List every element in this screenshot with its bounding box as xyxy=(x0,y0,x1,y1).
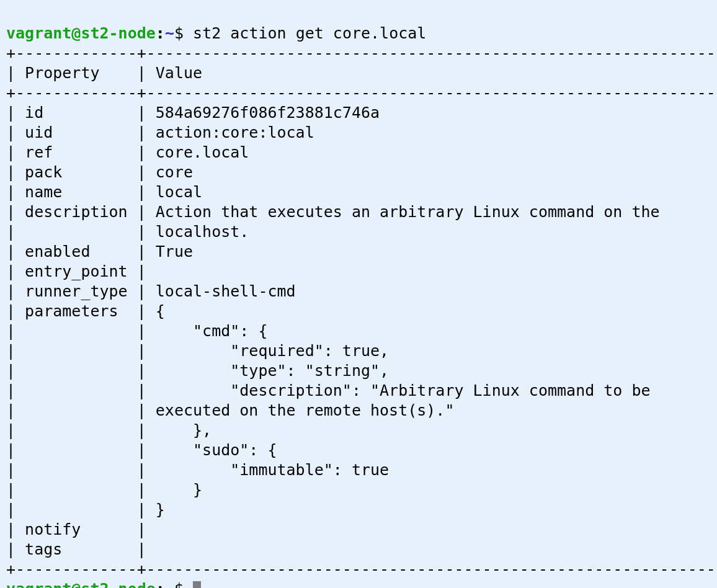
table-row: | pack | core | xyxy=(6,163,717,181)
table-row: | | "immutable": true | xyxy=(6,461,717,479)
table-row: | | } | xyxy=(6,481,717,499)
prompt-tilde: ~ xyxy=(165,580,174,588)
table-row: | | } | xyxy=(6,501,717,519)
table-row: | id | 584a69276f086f23881c746a | xyxy=(6,104,717,122)
table-row: | entry_point | | xyxy=(6,262,717,280)
prompt-dollar: $ xyxy=(174,24,184,42)
table-header: | Property | Value | xyxy=(6,64,717,82)
table-row: | | localhost. | xyxy=(6,223,717,241)
table-row: | | "sudo": { | xyxy=(6,441,717,459)
prompt-colon: : xyxy=(156,580,165,588)
table-row: | tags | | xyxy=(6,540,717,558)
table-row: | description | Action that executes an … xyxy=(6,203,717,221)
command-text: st2 action get core.local xyxy=(193,24,426,42)
table-row: | notify | | xyxy=(6,520,717,538)
table-row: | uid | action:core:local | xyxy=(6,123,717,141)
table-row: | | executed on the remote host(s)." | xyxy=(6,401,717,419)
table-row: | | "description": "Arbitrary Linux comm… xyxy=(6,381,717,399)
border-mid: +-------------+-------------------------… xyxy=(6,84,717,102)
prompt-colon: : xyxy=(156,24,165,42)
table-row: | parameters | { | xyxy=(6,302,717,320)
prompt-tilde: ~ xyxy=(165,24,174,42)
table-row: | runner_type | local-shell-cmd | xyxy=(6,282,717,300)
prompt-dollar: $ xyxy=(174,580,184,588)
table-row: | name | local | xyxy=(6,183,717,201)
table-row: | | "type": "string", | xyxy=(6,362,717,380)
table-row: | enabled | True | xyxy=(6,243,717,261)
table-row: | ref | core.local | xyxy=(6,143,717,161)
prompt-user: vagrant@st2-node xyxy=(6,580,156,588)
table-row: | | }, | xyxy=(6,421,717,439)
border-top: +-------------+-------------------------… xyxy=(6,44,717,62)
prompt-user: vagrant@st2-node xyxy=(6,24,156,42)
terminal[interactable]: vagrant@st2-node:~$ st2 action get core.… xyxy=(0,0,717,588)
table-row: | | "cmd": { | xyxy=(6,322,717,340)
cursor-icon xyxy=(193,581,201,588)
table-row: | | "required": true, | xyxy=(6,342,717,360)
border-bottom: +-------------+-------------------------… xyxy=(6,560,717,578)
